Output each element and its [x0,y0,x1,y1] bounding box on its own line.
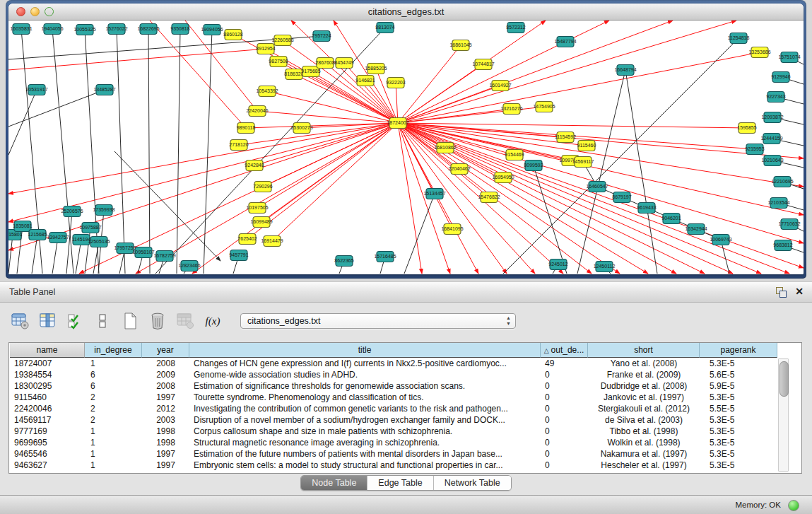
graph-edge[interactable] [117,29,125,274]
network-table-select[interactable]: citations_edges.txt ▲▼ [240,313,516,329]
graph-edge[interactable] [311,71,398,123]
table-scrollbar[interactable] [778,358,789,472]
network-graph-canvas[interactable]: 1603583119404056100553251527602216822695… [8,21,804,274]
graph-edge[interactable] [272,123,398,241]
graph-node[interactable]: 10543392 [256,86,278,97]
graph-node[interactable]: 14754905 [533,102,555,112]
show-column-icon[interactable] [37,311,57,331]
graph-edge[interactable] [283,40,398,123]
graph-edge[interactable] [177,29,180,274]
graph-node[interactable]: 10210643 [761,156,783,166]
tab-node-table[interactable]: Node Table [301,476,367,490]
table-scrollbar-thumb[interactable] [779,361,789,397]
graph-edge[interactable] [398,52,760,123]
graph-node[interactable]: 10958107 [132,247,154,258]
table-row[interactable]: 969969511998Structural magnetic resonanc… [10,437,777,448]
graph-node[interactable]: 10975887 [79,223,101,233]
column-header-out_de[interactable]: △out_de... [541,343,588,358]
float-panel-icon[interactable] [776,287,787,298]
graph-node[interactable]: 13253686 [748,47,770,58]
graph-edge[interactable] [8,90,37,155]
graph-node[interactable]: 19404056 [41,24,63,35]
graph-node[interactable]: 22040462 [448,164,470,175]
graph-node[interactable]: 7625402 [237,234,257,245]
graph-edge[interactable] [398,123,804,268]
graph-node[interactable]: 7290296 [253,182,272,192]
graph-node[interactable]: 9215953 [745,144,764,155]
table-row[interactable]: 911546021997Tourette syndrome. Phenomeno… [10,392,777,403]
graph-node[interactable]: 15885205 [365,64,387,74]
graph-node[interactable]: 16648794 [614,65,636,76]
graph-node[interactable]: 11154592 [555,132,576,143]
graph-node[interactable]: 14569117 [572,157,594,168]
graph-edge[interactable] [148,29,150,274]
graph-edge[interactable] [32,235,37,274]
graph-node[interactable]: 16460547 [586,182,608,192]
graph-node[interactable]: 2867608 [315,58,334,69]
graph-node[interactable]: 12823466 [178,261,200,271]
column-header-title[interactable]: title [189,343,541,358]
column-header-pagerank[interactable]: pagerank [700,343,777,358]
graph-node[interactable]: 15751074 [778,52,800,63]
graph-node[interactable]: 16035831 [10,24,32,35]
graph-node[interactable]: 9827508 [269,57,288,67]
graph-node[interactable]: 15134457 [423,189,445,199]
column-header-short[interactable]: short [588,343,700,358]
graph-node[interactable]: 8813074 [375,23,394,33]
graph-edge[interactable] [8,235,13,274]
graph-node[interactable]: 16954950 [492,173,514,183]
table-row[interactable]: 1830029562008Estimation of significance … [10,380,777,392]
graph-node[interactable]: 12444159 [760,134,782,144]
graph-node[interactable]: 10069743 [710,235,731,245]
graph-node[interactable]: 8099592 [524,160,543,171]
graph-node[interactable]: 9683812 [773,240,792,251]
new-table-icon[interactable] [120,311,140,331]
graph-node[interactable]: 2718120 [229,140,248,151]
graph-node[interactable]: 16822695 [137,24,159,35]
graph-edge[interactable] [204,30,212,274]
graph-node[interactable]: 9129946 [771,72,790,83]
close-panel-icon[interactable]: ✕ [795,286,804,297]
graph-node[interactable]: 12103544 [767,198,789,209]
graph-edge[interactable] [185,21,257,111]
graph-node[interactable]: 1595855 [737,123,756,134]
graph-edge[interactable] [398,21,546,123]
graph-node[interactable]: 8679197 [612,192,631,203]
graph-node[interactable]: 10197505 [246,203,268,214]
graph-node[interactable]: 1215685 [28,230,47,240]
graph-node[interactable]: 12505135 [88,237,110,247]
graph-edge[interactable] [396,83,398,123]
graph-node[interactable]: 9115460 [577,141,596,151]
table-row[interactable]: 1938455462009Genome-wide association stu… [10,369,777,380]
graph-node[interactable]: 11254818 [728,33,750,44]
tab-network-table[interactable]: Network Table [434,476,511,490]
window-titlebar[interactable]: citations_edges.txt [8,4,804,21]
column-header-year[interactable]: year [142,343,189,358]
graph-node[interactable]: 19094056 [201,25,223,35]
graph-node[interactable]: 8454749 [334,58,353,69]
graph-node[interactable]: 9350818 [170,24,189,35]
graph-node[interactable]: 13485287 [93,85,115,95]
citation-network-graph[interactable]: 1603583119404056100553251527602216822695… [8,21,804,274]
graph-node[interactable]: 9457791 [229,250,248,261]
graph-node[interactable]: 16782759 [153,251,175,262]
column-header-name[interactable]: name [10,343,85,358]
graph-edge[interactable] [625,70,657,274]
graph-node[interactable]: 17359938 [93,205,114,216]
graph-node[interactable]: 20531917 [25,85,47,95]
graph-node[interactable]: 9619433 [637,203,656,214]
graph-node[interactable]: 8572312 [506,23,525,33]
delete-table-icon[interactable] [148,311,167,331]
import-table-icon[interactable] [175,311,195,331]
graph-node[interactable]: 16014927 [489,81,511,91]
graph-node[interactable]: 10744817 [472,59,494,70]
function-builder-icon[interactable]: f(x) [203,311,223,331]
table-row[interactable]: 1456911722003Disruption of a novel membe… [10,414,777,426]
table-row[interactable]: 946362711997Embryonic stem cells: a mode… [10,460,777,471]
graph-node[interactable]: 16099489 [250,217,272,228]
graph-node[interactable]: 15487794 [554,37,576,47]
graph-node[interactable]: 15716485 [374,252,396,262]
graph-node[interactable]: 16841095 [441,224,463,235]
tab-edge-table[interactable]: Edge Table [367,476,433,490]
graph-edge[interactable] [8,123,398,250]
